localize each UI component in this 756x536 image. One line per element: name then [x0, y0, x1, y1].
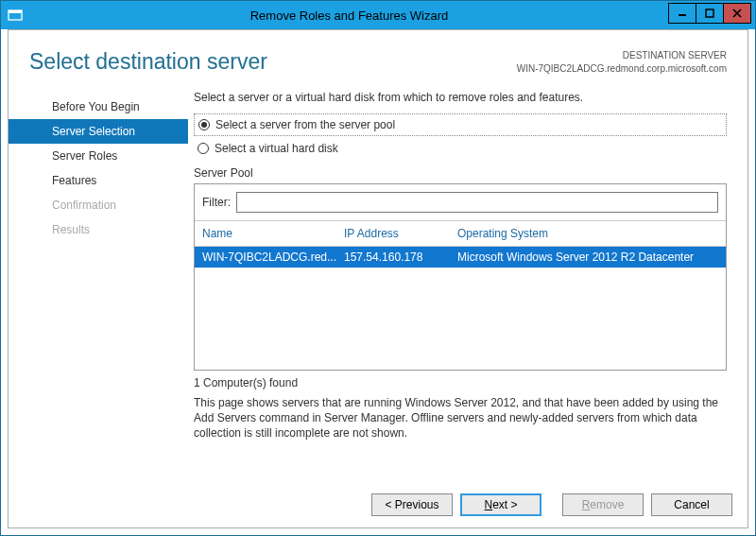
- body: Before You Begin Server Selection Server…: [9, 83, 747, 482]
- col-name[interactable]: Name: [202, 227, 344, 240]
- footer-buttons: < Previous Next > Remove Cancel: [9, 482, 747, 527]
- server-pool-label: Server Pool: [194, 166, 727, 180]
- main-panel: Select a server or a virtual hard disk f…: [188, 83, 747, 482]
- nav-before-you-begin[interactable]: Before You Begin: [9, 95, 188, 119]
- cell-os: Microsoft Windows Server 2012 R2 Datacen…: [457, 251, 718, 264]
- server-pool-box: Filter: Name IP Address Operating System…: [194, 183, 727, 371]
- content-frame: Select destination server DESTINATION SE…: [8, 29, 748, 528]
- page-title: Select destination server: [29, 49, 517, 75]
- maximize-button[interactable]: [696, 3, 724, 24]
- destination-label: DESTINATION SERVER: [517, 49, 727, 62]
- window-title: Remove Roles and Features Wizard: [29, 9, 669, 23]
- nav-results: Results: [9, 217, 188, 242]
- next-button[interactable]: Next >: [460, 493, 541, 516]
- radio-server-pool[interactable]: Select a server from the server pool: [198, 116, 722, 133]
- svg-rect-3: [706, 9, 713, 17]
- remove-button: Remove: [562, 493, 644, 516]
- instruction-text: Select a server or a virtual hard disk f…: [194, 91, 727, 104]
- filter-input[interactable]: [236, 192, 718, 213]
- title-bar: Remove Roles and Features Wizard: [1, 1, 755, 29]
- step-nav: Before You Begin Server Selection Server…: [9, 83, 188, 482]
- cancel-button[interactable]: Cancel: [651, 493, 732, 516]
- nav-confirmation: Confirmation: [9, 193, 188, 217]
- cell-name: WIN-7QIBC2LADCG.red...: [202, 251, 344, 264]
- close-button[interactable]: [723, 3, 751, 24]
- radio-dot-icon: [198, 119, 210, 130]
- app-icon: [1, 1, 29, 29]
- computers-found: 1 Computer(s) found: [194, 376, 727, 389]
- radio-vhd-label: Select a virtual hard disk: [215, 142, 338, 155]
- nav-server-roles[interactable]: Server Roles: [9, 144, 188, 168]
- table-row[interactable]: WIN-7QIBC2LADCG.red... 157.54.160.178 Mi…: [195, 247, 726, 268]
- column-headers: Name IP Address Operating System: [195, 221, 726, 247]
- radio-vhd[interactable]: Select a virtual hard disk: [194, 140, 727, 157]
- col-os[interactable]: Operating System: [457, 227, 718, 240]
- nav-server-selection[interactable]: Server Selection: [9, 119, 188, 144]
- server-grid: WIN-7QIBC2LADCG.red... 157.54.160.178 Mi…: [195, 247, 726, 370]
- radio-server-pool-group: Select a server from the server pool: [194, 113, 727, 136]
- minimize-button[interactable]: [668, 3, 696, 24]
- radio-dot-icon: [198, 143, 209, 154]
- destination-value: WIN-7QIBC2LADCG.redmond.corp.microsoft.c…: [517, 62, 727, 76]
- filter-label: Filter:: [202, 196, 231, 209]
- destination-server-block: DESTINATION SERVER WIN-7QIBC2LADCG.redmo…: [517, 49, 727, 76]
- nav-features[interactable]: Features: [9, 168, 188, 193]
- radio-server-pool-label: Select a server from the server pool: [215, 118, 395, 131]
- wizard-window: Remove Roles and Features Wizard Select …: [0, 0, 756, 536]
- col-ip[interactable]: IP Address: [344, 227, 457, 240]
- page-header: Select destination server DESTINATION SE…: [9, 30, 747, 83]
- previous-button[interactable]: < Previous: [371, 493, 453, 516]
- page-description: This page shows servers that are running…: [194, 395, 727, 441]
- cell-ip: 157.54.160.178: [344, 251, 457, 264]
- svg-rect-1: [9, 10, 22, 13]
- filter-bar: Filter:: [195, 184, 726, 221]
